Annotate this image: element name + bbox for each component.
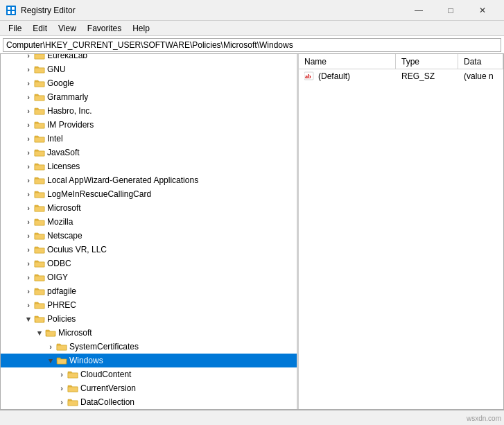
expand-icon[interactable]: › [23,105,34,116]
folder-icon [34,175,45,186]
svg-rect-4 [12,11,15,14]
tree-item[interactable]: ▾ Windows [1,354,297,367]
tree-item[interactable]: › Netscape [1,229,297,243]
right-pane: Name Type Data ab (Default) [299,54,503,409]
svg-rect-3 [8,11,10,14]
expand-icon[interactable]: › [23,202,34,214]
expand-icon[interactable]: › [23,119,34,130]
column-headers: Name Type Data [299,54,503,69]
tree-scroll[interactable]: › DropboxUpdate› EMRSW› Epic Games› Eure… [1,54,297,409]
folder-icon [56,341,67,352]
tree-item[interactable]: › Licenses [1,159,297,173]
expand-icon[interactable]: › [23,161,34,172]
table-row[interactable]: ab (Default) REG_SZ (value n [299,69,503,83]
menu-item-help[interactable]: Help [127,22,155,35]
title-bar: Registry Editor — □ ✕ [0,0,504,21]
svg-rect-15 [35,151,44,156]
expand-icon[interactable]: › [23,258,34,269]
tree-item[interactable]: › CurrentVersion [1,381,297,395]
tree-item[interactable]: › Mozilla [1,215,297,229]
col-header-type[interactable]: Type [396,54,458,69]
svg-rect-11 [35,96,44,101]
tree-item[interactable]: › PHREC [1,298,297,312]
tree-item[interactable]: › Intel [1,132,297,146]
tree-item[interactable]: ▾ Microsoft [1,326,297,340]
address-input[interactable] [3,38,501,52]
expand-icon[interactable]: › [23,272,34,283]
tree-item[interactable]: › SystemCertificates [1,340,297,354]
tree-item[interactable]: › Microsoft [1,201,297,215]
expand-icon[interactable]: › [23,300,34,311]
folder-icon [34,78,45,89]
svg-rect-21 [35,234,44,239]
folder-icon [45,327,56,338]
svg-rect-8 [35,54,44,59]
expand-icon[interactable]: › [23,54,34,61]
tree-item[interactable]: › IM Providers [1,118,297,132]
folder-icon [34,161,45,172]
maximize-button[interactable]: □ [435,0,467,21]
tree-item[interactable]: › DataCollection [1,395,297,409]
tree-item[interactable]: › Google [1,76,297,90]
menu-item-view[interactable]: View [53,22,82,35]
minimize-button[interactable]: — [403,0,435,21]
col-header-name[interactable]: Name [299,54,396,69]
folder-icon [34,202,45,214]
tree-item[interactable]: › LogMeInRescueCallingCard [1,187,297,201]
folder-icon [67,397,78,408]
collapse-icon[interactable]: ▾ [34,327,45,338]
col-header-data[interactable]: Data [458,54,503,69]
tree-item-label: JavaSoft [47,148,80,157]
ab-icon: ab [304,71,315,81]
tree-item[interactable]: ▾ Policies [1,312,297,326]
expand-icon[interactable]: › [23,244,34,255]
tree-item[interactable]: › pdfagile [1,284,297,298]
close-button[interactable]: ✕ [467,0,498,21]
tree-item[interactable]: › OIGY [1,270,297,284]
menu-item-edit[interactable]: Edit [27,22,53,35]
folder-icon [34,133,45,144]
folder-icon [34,313,45,324]
svg-rect-22 [35,248,44,253]
collapse-icon[interactable]: ▾ [45,355,56,366]
tree-item[interactable]: › ODBC [1,257,297,270]
folder-icon [34,105,45,116]
tree-item-label: PHREC [47,300,76,310]
folder-icon [56,355,67,366]
tree-item-label: LogMeInRescueCallingCard [47,189,151,199]
tree-item[interactable]: › CloudContent [1,367,297,381]
tree-item-label: Intel [47,134,63,144]
tree-item-label: CloudContent [80,370,131,379]
tree-item[interactable]: › EurekaLab [1,54,297,62]
expand-icon[interactable]: › [56,397,67,408]
expand-icon[interactable]: › [45,341,56,352]
folder-icon [34,92,45,103]
folder-icon [34,189,45,200]
expand-icon[interactable]: › [23,78,34,89]
expand-icon[interactable]: › [23,216,34,227]
tree-item[interactable]: › GNU [1,62,297,76]
collapse-icon[interactable]: ▾ [23,313,34,324]
tree-item[interactable]: › Grammarly [1,90,297,104]
expand-icon[interactable]: › [23,133,34,144]
expand-icon[interactable]: › [56,383,67,394]
expand-icon[interactable]: › [23,147,34,158]
tree-item[interactable]: › Hasbro, Inc. [1,104,297,118]
tree-item[interactable]: › JavaSoft [1,146,297,159]
svg-rect-27 [57,345,67,350]
folder-icon [34,54,45,61]
menu-item-file[interactable]: File [3,22,27,35]
expand-icon[interactable]: › [23,189,34,200]
expand-icon[interactable]: › [56,369,67,380]
expand-icon[interactable]: › [23,286,34,297]
tree-item[interactable]: › Oculus VR, LLC [1,243,297,257]
expand-icon[interactable]: › [23,64,34,75]
expand-icon[interactable]: › [23,92,34,103]
expand-icon[interactable]: › [23,230,34,241]
tree-item-label: SystemCertificates [69,342,139,352]
tree-item-label: Microsoft [47,203,81,213]
expand-icon[interactable]: › [23,175,34,186]
status-bar [0,410,504,425]
menu-item-favorites[interactable]: Favorites [82,22,127,35]
tree-item[interactable]: › Local AppWizard-Generated Applications [1,173,297,187]
